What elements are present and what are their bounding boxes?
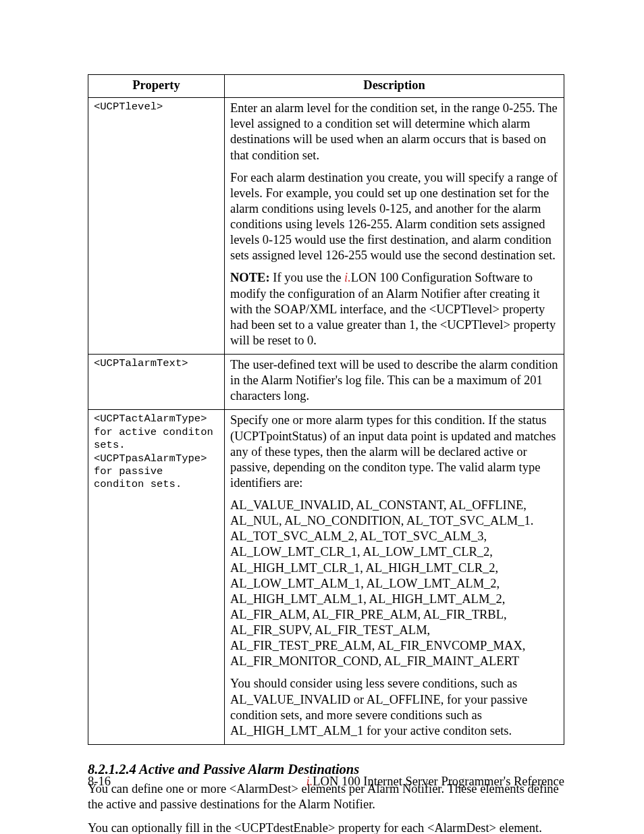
brand-i: i. <box>306 775 313 788</box>
properties-table: Property Description <UCPTlevel> Enter a… <box>88 74 564 745</box>
desc-paragraph: Specify one or more alarm types for this… <box>230 413 558 491</box>
brand-i: i. <box>344 271 351 284</box>
desc-paragraph: AL_VALUE_INVALID, AL_CONSTANT, AL_OFFLIN… <box>230 498 558 669</box>
desc-paragraph: For each alarm destination you create, y… <box>230 170 558 264</box>
desc-paragraph: The user-defined text will be used to de… <box>230 357 558 404</box>
page-footer: 8-16 i.LON 100 Internet Server Programme… <box>88 774 564 789</box>
property-cell-ucptalarmtext: <UCPTalarmText> <box>88 355 225 410</box>
desc-paragraph: Enter an alarm level for the condition s… <box>230 101 558 163</box>
desc-paragraph: You should consider using less severe co… <box>230 676 558 739</box>
prop-line: for active conditon sets. <box>94 426 219 452</box>
col-header-description: Description <box>225 75 564 98</box>
prop-line: for passive conditon sets. <box>94 465 219 492</box>
table-row: <UCPTactAlarmType> for active conditon s… <box>88 410 564 745</box>
body-paragraph: You can optionally fill in the <UCPTdest… <box>88 820 564 834</box>
prop-line: <UCPTactAlarmType> <box>94 413 219 425</box>
prop-line: <UCPTpasAlarmType> <box>94 452 219 465</box>
note-label: NOTE: <box>230 271 270 284</box>
desc-note: NOTE: If you use the i.LON 100 Configura… <box>230 270 558 348</box>
description-cell-ucptlevel: Enter an alarm level for the condition s… <box>225 98 564 355</box>
table-header-row: Property Description <box>88 75 564 98</box>
footer-title-text: LON 100 Internet Server Programmer's Ref… <box>313 775 564 788</box>
description-cell-alarmtypes: Specify one or more alarm types for this… <box>225 410 564 745</box>
note-text: If you use the <box>270 271 344 284</box>
property-cell-alarmtypes: <UCPTactAlarmType> for active conditon s… <box>88 410 225 745</box>
property-cell-ucptlevel: <UCPTlevel> <box>88 98 225 355</box>
body-text: You can optionally fill in the <UCPTdest… <box>88 821 558 834</box>
page: Property Description <UCPTlevel> Enter a… <box>0 0 644 834</box>
page-number: 8-16 <box>88 774 111 789</box>
table-row: <UCPTalarmText> The user-defined text wi… <box>88 355 564 410</box>
footer-title: i.LON 100 Internet Server Programmer's R… <box>306 774 564 789</box>
table-row: <UCPTlevel> Enter an alarm level for the… <box>88 98 564 355</box>
description-cell-ucptalarmtext: The user-defined text will be used to de… <box>225 355 564 410</box>
col-header-property: Property <box>88 75 225 98</box>
